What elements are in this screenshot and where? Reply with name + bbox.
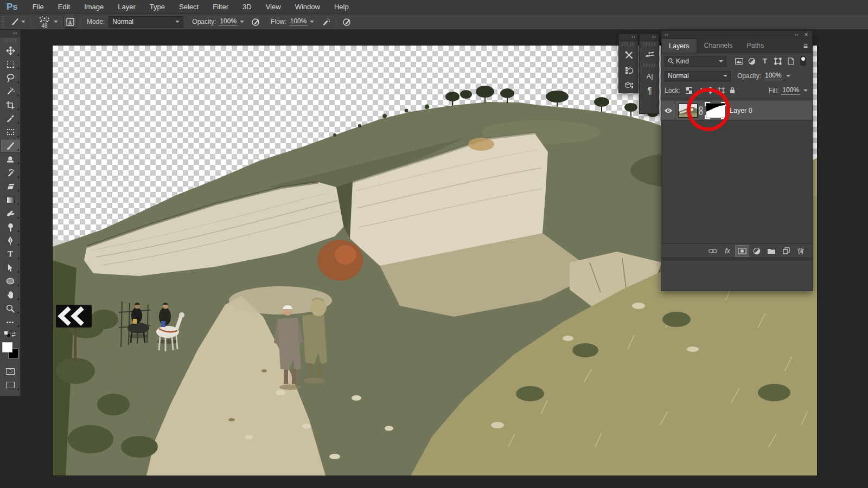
chevron-down-icon <box>723 75 727 77</box>
layer-name: Layer 0 <box>730 107 752 114</box>
tab-layers[interactable]: Layers <box>661 38 697 53</box>
layer-list: Layer 0 <box>661 98 812 243</box>
3d-panel-icon[interactable] <box>619 78 639 93</box>
layer-opacity-value[interactable]: 100% <box>764 72 783 80</box>
menu-item-type[interactable]: Type <box>143 0 172 14</box>
menu-item-window[interactable]: Window <box>288 0 327 14</box>
visibility-toggle[interactable] <box>661 100 675 120</box>
dock-grip[interactable] <box>622 42 635 46</box>
chevron-down-icon[interactable] <box>240 21 244 23</box>
airbrush-toggle[interactable] <box>319 16 332 28</box>
rectangular-marquee-tool[interactable] <box>0 57 21 71</box>
link-layers-button[interactable] <box>706 245 720 257</box>
new-layer-button[interactable] <box>779 245 793 257</box>
ellipse-tool[interactable] <box>0 274 21 288</box>
menu-item-edit[interactable]: Edit <box>51 0 77 14</box>
dodge-tool[interactable] <box>0 220 21 234</box>
paragraph-panel-icon[interactable]: ¶ <box>640 84 660 99</box>
brush-tool[interactable] <box>0 139 21 152</box>
layer-fill-value[interactable]: 100% <box>781 86 800 95</box>
filter-shape-layers-icon[interactable] <box>772 56 784 67</box>
panel-menu-icon[interactable]: ≡ <box>803 40 808 53</box>
eraser-tool[interactable] <box>0 179 21 193</box>
menu-item-file[interactable]: File <box>25 0 51 14</box>
chevron-down-icon[interactable] <box>786 75 790 77</box>
panel-resize-edge[interactable] <box>661 258 812 261</box>
history-panel-icon[interactable] <box>619 62 639 78</box>
lock-all-icon[interactable] <box>727 86 738 95</box>
chevron-down-icon <box>719 60 723 62</box>
blend-mode-select[interactable]: Normal <box>108 16 183 28</box>
toolbox-grip[interactable] <box>4 38 16 43</box>
chevron-down-icon[interactable] <box>803 89 808 92</box>
menu-item-view[interactable]: View <box>259 0 288 14</box>
new-adjustment-layer-button[interactable] <box>750 245 764 257</box>
foreground-background-swatches[interactable] <box>0 341 21 360</box>
menu-item-help[interactable]: Help <box>327 0 356 14</box>
toolbox-collapse-header[interactable]: ›› <box>0 30 20 37</box>
clone-stamp-tool[interactable] <box>0 152 21 166</box>
filter-kind-select[interactable]: Kind <box>665 56 726 67</box>
pen-tool[interactable] <box>0 234 21 247</box>
delete-layer-button[interactable] <box>794 245 808 257</box>
layer-row[interactable]: Layer 0 <box>661 100 812 120</box>
filter-type-layers-icon[interactable]: T <box>759 56 771 67</box>
path-selection-tool[interactable] <box>0 261 21 274</box>
healing-brush-tool[interactable] <box>0 125 21 139</box>
quick-selection-tool[interactable] <box>0 85 21 98</box>
crop-icon <box>6 101 15 110</box>
flow-value[interactable]: 100% <box>289 17 308 26</box>
tools-panel-icon[interactable] <box>619 47 639 62</box>
menu-item-layer[interactable]: Layer <box>111 0 143 14</box>
screen-mode-button[interactable] <box>0 378 21 391</box>
crop-tool[interactable] <box>0 98 21 112</box>
opacity-value[interactable]: 100% <box>219 17 238 26</box>
chevron-down-icon[interactable] <box>310 21 314 23</box>
menu-item-select[interactable]: Select <box>172 0 206 14</box>
brush-preset-picker[interactable]: 48 <box>37 15 58 28</box>
dock-expand-header[interactable]: ›› <box>619 34 638 41</box>
dock-grip[interactable] <box>643 42 655 46</box>
type-tool[interactable]: T <box>0 247 21 261</box>
layer-blend-mode-select[interactable]: Normal <box>665 71 731 81</box>
menu-item-filter[interactable]: Filter <box>206 0 235 14</box>
brush-panel-icon[interactable] <box>640 47 660 62</box>
menu-item-3d[interactable]: 3D <box>235 0 259 14</box>
foreground-color-swatch[interactable] <box>2 342 12 352</box>
swap-colors-button[interactable] <box>0 329 21 341</box>
tab-channels[interactable]: Channels <box>697 38 740 53</box>
lasso-tool[interactable] <box>0 71 21 85</box>
menu-item-image[interactable]: Image <box>77 0 111 14</box>
hand-tool[interactable] <box>0 288 21 301</box>
quick-mask-mode-button[interactable] <box>0 364 21 378</box>
add-layer-mask-button[interactable] <box>735 245 749 257</box>
dock-grip[interactable] <box>643 63 655 67</box>
close-panel-icon[interactable]: ✕ <box>804 32 809 37</box>
filter-pixel-layers-icon[interactable] <box>733 56 745 67</box>
pressure-size-toggle[interactable] <box>340 16 353 28</box>
new-group-button[interactable] <box>764 245 778 257</box>
patch-icon <box>7 129 14 135</box>
expand-icon[interactable]: ›› <box>665 32 669 37</box>
smudge-tool[interactable] <box>0 207 21 220</box>
marquee-icon <box>7 61 14 68</box>
zoom-tool[interactable] <box>0 301 21 315</box>
tab-paths[interactable]: Paths <box>739 38 771 53</box>
filter-smart-objects-icon[interactable] <box>785 56 797 67</box>
edit-toolbar-button[interactable]: ••• <box>0 315 21 329</box>
eyedropper-tool[interactable] <box>0 112 21 125</box>
filter-adjustment-layers-icon[interactable] <box>746 56 758 67</box>
layer-style-button[interactable]: fx <box>720 245 735 257</box>
tool-preset-picker[interactable] <box>9 16 27 28</box>
history-brush-tool[interactable] <box>0 166 21 179</box>
options-grip[interactable] <box>2 16 4 27</box>
dock-expand-header[interactable]: ›› <box>640 34 659 41</box>
pressure-opacity-toggle[interactable] <box>249 16 262 28</box>
character-panel-icon[interactable]: A| <box>640 68 660 84</box>
toggle-brush-panel-button[interactable] <box>63 16 76 28</box>
collapse-panel-icon[interactable]: ‹‹ <box>794 32 799 37</box>
filtering-toggle[interactable] <box>800 56 806 66</box>
lasso-icon <box>6 73 15 82</box>
gradient-tool[interactable] <box>0 193 21 207</box>
move-tool[interactable] <box>0 44 21 57</box>
